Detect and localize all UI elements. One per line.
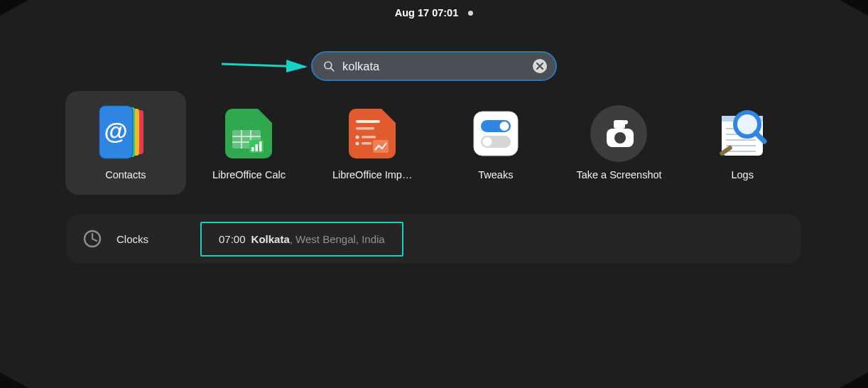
search-field[interactable] bbox=[311, 51, 557, 81]
backspace-x-icon bbox=[536, 63, 543, 70]
svg-rect-36 bbox=[614, 120, 625, 129]
app-cell-tweaks[interactable]: Tweaks bbox=[435, 91, 556, 195]
svg-point-26 bbox=[356, 142, 359, 146]
clock-result-item[interactable]: 07:00 Kolkata, West Bengal, India bbox=[210, 229, 394, 249]
app-results-row: @ Contacts LibreOffice Calc bbox=[65, 91, 803, 195]
svg-rect-22 bbox=[356, 120, 380, 123]
svg-rect-18 bbox=[251, 147, 254, 151]
annotation-highlight: 07:00 Kolkata, West Bengal, India bbox=[200, 222, 403, 257]
clock-label[interactable]: Aug 17 07:01 bbox=[395, 7, 458, 18]
svg-point-32 bbox=[499, 122, 509, 131]
search-input[interactable] bbox=[342, 60, 526, 73]
clock-result-region: , West Bengal, India bbox=[290, 233, 385, 245]
clocks-icon bbox=[82, 229, 102, 249]
clock-result-city: Kolkata bbox=[251, 233, 290, 245]
app-label: Contacts bbox=[105, 169, 146, 180]
provider-name: Clocks bbox=[116, 233, 148, 245]
svg-point-37 bbox=[624, 120, 628, 124]
app-cell-libreoffice-impress[interactable]: LibreOffice Imp… bbox=[312, 91, 433, 195]
clear-search-button[interactable] bbox=[533, 59, 547, 73]
screenshot-icon bbox=[587, 102, 651, 166]
search-icon bbox=[322, 60, 335, 72]
svg-rect-23 bbox=[356, 127, 374, 130]
svg-line-2 bbox=[331, 68, 334, 71]
svg-rect-27 bbox=[362, 142, 371, 145]
svg-rect-25 bbox=[362, 136, 376, 139]
svg-point-24 bbox=[356, 136, 359, 139]
search-provider-panel: Clocks 07:00 Kolkata, West Bengal, India bbox=[67, 215, 801, 263]
search-row bbox=[0, 51, 868, 81]
svg-point-34 bbox=[482, 137, 492, 146]
app-label: Tweaks bbox=[478, 169, 513, 180]
clock-result-time: 07:00 bbox=[219, 233, 246, 245]
app-label: Take a Screenshot bbox=[576, 169, 661, 180]
logs-icon bbox=[712, 103, 773, 164]
libreoffice-impress-icon bbox=[343, 104, 401, 163]
app-label: LibreOffice Imp… bbox=[332, 169, 413, 180]
svg-rect-28 bbox=[373, 140, 389, 153]
svg-rect-20 bbox=[259, 141, 262, 151]
svg-line-52 bbox=[92, 239, 97, 241]
app-label: LibreOffice Calc bbox=[212, 169, 286, 180]
svg-rect-21 bbox=[349, 109, 396, 158]
app-cell-logs[interactable]: Logs bbox=[682, 91, 803, 195]
tweaks-icon bbox=[467, 104, 525, 163]
search-provider-clocks[interactable]: Clocks bbox=[82, 229, 210, 249]
app-cell-libreoffice-calc[interactable]: LibreOffice Calc bbox=[189, 91, 310, 195]
indicator-dot bbox=[468, 11, 473, 16]
svg-text:@: @ bbox=[104, 117, 127, 144]
app-label: Logs bbox=[731, 169, 753, 180]
app-cell-take-screenshot[interactable]: Take a Screenshot bbox=[559, 91, 680, 195]
top-bar: Aug 17 07:01 bbox=[0, 7, 868, 18]
app-cell-contacts[interactable]: @ Contacts bbox=[65, 91, 186, 195]
contacts-icon: @ bbox=[96, 104, 156, 163]
svg-rect-19 bbox=[256, 144, 259, 151]
svg-rect-29 bbox=[474, 112, 518, 156]
svg-point-39 bbox=[614, 132, 626, 144]
libreoffice-calc-icon bbox=[219, 104, 278, 163]
